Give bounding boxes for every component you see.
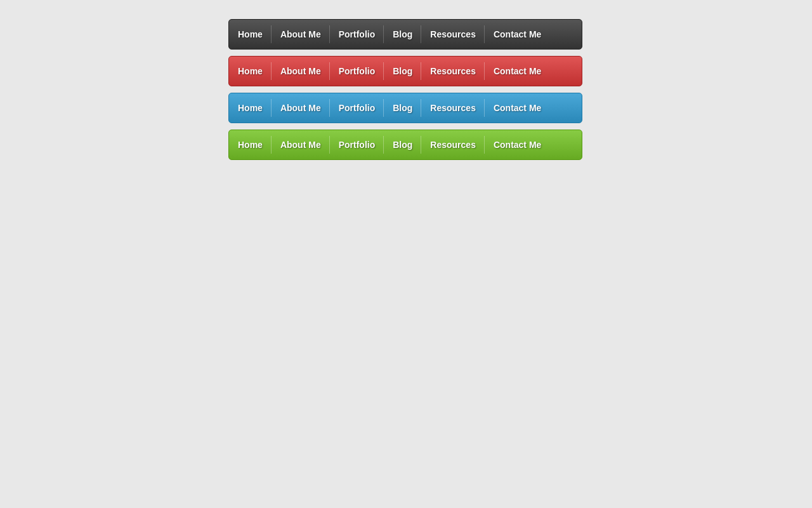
navbars-container: HomeAbout MePortfolioBlogResourcesContac… — [0, 0, 812, 173]
nav-item-home-blue[interactable]: Home — [229, 93, 272, 123]
nav-item-about-me-blue[interactable]: About Me — [272, 93, 330, 123]
nav-item-resources-red[interactable]: Resources — [421, 57, 485, 86]
nav-item-blog-dark[interactable]: Blog — [384, 20, 421, 49]
navbar-red: HomeAbout MePortfolioBlogResourcesContac… — [228, 56, 582, 86]
nav-item-resources-blue[interactable]: Resources — [421, 93, 485, 123]
nav-item-resources-green[interactable]: Resources — [421, 130, 485, 159]
nav-item-about-me-red[interactable]: About Me — [272, 57, 330, 86]
nav-item-blog-blue[interactable]: Blog — [384, 93, 421, 123]
navbar-blue: HomeAbout MePortfolioBlogResourcesContac… — [228, 93, 582, 123]
nav-item-home-dark[interactable]: Home — [229, 20, 272, 49]
nav-item-home-red[interactable]: Home — [229, 57, 272, 86]
nav-item-contact-me-blue[interactable]: Contact Me — [485, 93, 550, 123]
nav-item-contact-me-dark[interactable]: Contact Me — [485, 20, 550, 49]
nav-item-portfolio-green[interactable]: Portfolio — [330, 130, 384, 159]
nav-item-portfolio-blue[interactable]: Portfolio — [330, 93, 384, 123]
nav-item-contact-me-green[interactable]: Contact Me — [485, 130, 550, 159]
nav-item-about-me-dark[interactable]: About Me — [272, 20, 330, 49]
nav-item-contact-me-red[interactable]: Contact Me — [485, 57, 550, 86]
nav-item-home-green[interactable]: Home — [229, 130, 272, 159]
navbar-dark: HomeAbout MePortfolioBlogResourcesContac… — [228, 19, 582, 50]
navbar-green: HomeAbout MePortfolioBlogResourcesContac… — [228, 130, 582, 160]
nav-item-blog-green[interactable]: Blog — [384, 130, 421, 159]
nav-item-portfolio-dark[interactable]: Portfolio — [330, 20, 384, 49]
nav-item-portfolio-red[interactable]: Portfolio — [330, 57, 384, 86]
nav-item-blog-red[interactable]: Blog — [384, 57, 421, 86]
nav-item-resources-dark[interactable]: Resources — [421, 20, 485, 49]
nav-item-about-me-green[interactable]: About Me — [272, 130, 330, 159]
